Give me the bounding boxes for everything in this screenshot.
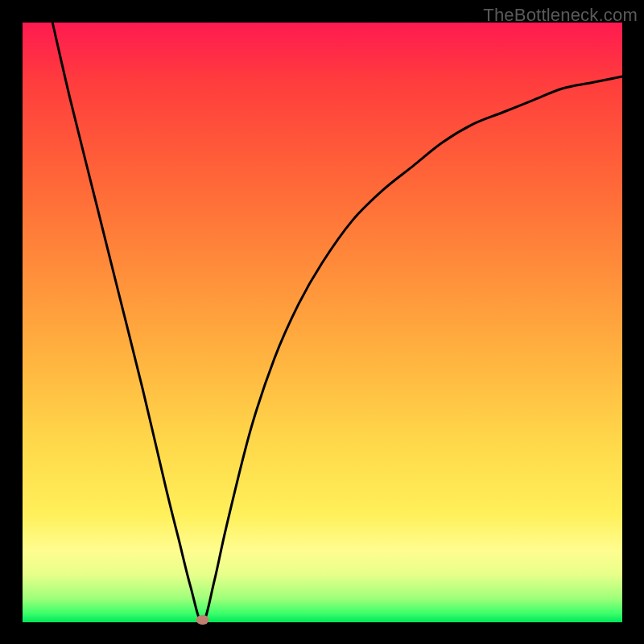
- bottleneck-curve-line: [52, 23, 622, 622]
- minimum-point-marker: [196, 615, 209, 625]
- bottleneck-curve-svg: [23, 23, 622, 622]
- chart-plot-area: [23, 23, 622, 622]
- watermark-text: TheBottleneck.com: [483, 5, 638, 26]
